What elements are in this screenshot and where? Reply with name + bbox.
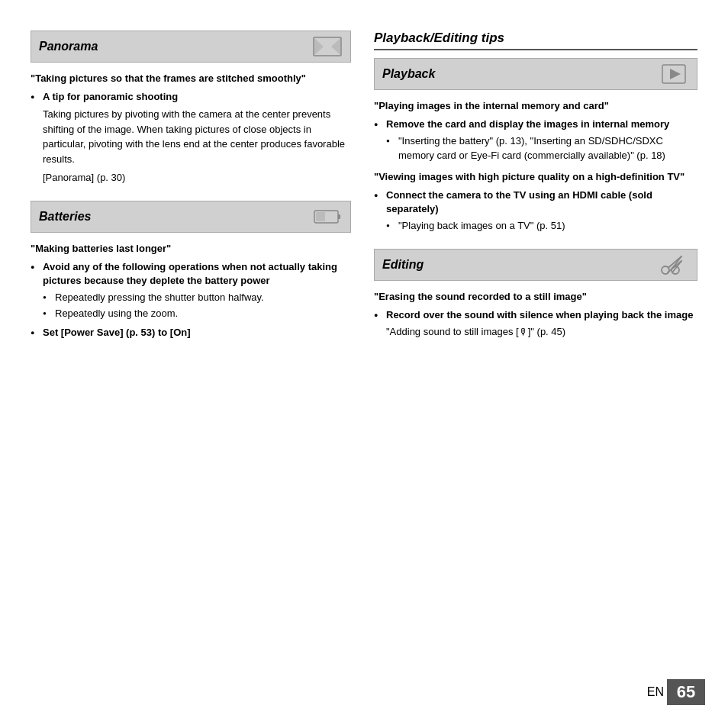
left-column: Panorama "Taking pictures so that the fr… [31, 31, 351, 697]
batteries-header: Batteries [31, 201, 351, 233]
playback-quote2: "Viewing images with high picture qualit… [374, 170, 697, 184]
batteries-section: Batteries "Making batteries last longer"… [31, 201, 351, 340]
playback-bullet1-label: Remove the card and display the images i… [374, 118, 697, 131]
playback-bullets-2: Connect the camera to the TV using an HD… [374, 188, 697, 216]
playback-header: Playback [374, 58, 697, 90]
panorama-ref: [Panorama] (p. 30) [31, 171, 351, 185]
right-main-title: Playback/Editing tips [374, 31, 697, 50]
svg-marker-1 [314, 38, 324, 55]
panorama-section: Panorama "Taking pictures so that the fr… [31, 31, 351, 185]
batteries-sub-bullet-1: Repeatedly pressing the shutter button h… [43, 291, 351, 304]
svg-marker-2 [331, 38, 340, 55]
playback-icon [659, 63, 689, 85]
two-column-layout: Panorama "Taking pictures so that the fr… [31, 31, 697, 697]
playback-bullet2-label: Connect the camera to the TV using an HD… [374, 188, 697, 216]
panorama-header: Panorama [31, 31, 351, 63]
panorama-icon [312, 36, 343, 57]
editing-title: Editing [382, 258, 424, 272]
editing-quote: "Erasing the sound recorded to a still i… [374, 290, 697, 304]
playback-title: Playback [382, 67, 435, 81]
batteries-sub-bullets: Repeatedly pressing the shutter button h… [31, 291, 351, 321]
editing-bullets: Record over the sound with silence when … [374, 308, 697, 322]
page-number: 65 [667, 679, 705, 705]
panorama-tip-label: A tip for panoramic shooting [31, 90, 351, 104]
page: Panorama "Taking pictures so that the fr… [0, 0, 728, 728]
page-footer: EN 65 [647, 679, 705, 705]
editing-bullet-label: Record over the sound with silence when … [374, 308, 697, 322]
right-column: Playback/Editing tips Playback "Playing … [374, 31, 697, 697]
playback-bullets-1: Remove the card and display the images i… [374, 118, 697, 131]
editing-header: Editing [374, 249, 697, 281]
batteries-sub-bullet-2: Repeatedly using the zoom. [43, 307, 351, 321]
svg-marker-7 [670, 69, 681, 79]
playback-sub-bullets-2: "Playing back images on a TV" (p. 51) [374, 219, 697, 233]
panorama-title: Panorama [39, 40, 98, 53]
batteries-quote: "Making batteries last longer" [31, 242, 351, 256]
batteries-set-label: Set [Power Save] (p. 53) to [On] [31, 326, 351, 340]
playback-section: Playback "Playing images in the internal… [374, 58, 697, 234]
svg-rect-4 [338, 214, 340, 219]
batteries-title: Batteries [39, 210, 91, 224]
playback-sub-bullet2: "Playing back images on a TV" (p. 51) [386, 219, 697, 233]
language-label: EN [647, 685, 664, 699]
svg-rect-5 [316, 212, 325, 221]
batteries-bullets: Avoid any of the following operations wh… [31, 260, 351, 288]
batteries-avoid-label: Avoid any of the following operations wh… [31, 260, 351, 288]
playback-quote1: "Playing images in the internal memory a… [374, 99, 697, 113]
editing-section: Editing [374, 249, 697, 340]
panorama-bullets: A tip for panoramic shooting [31, 90, 351, 104]
playback-sub-bullets-1: "Inserting the battery" (p. 13), "Insert… [374, 134, 697, 162]
battery-icon [312, 206, 343, 227]
panorama-quote: "Taking pictures so that the frames are … [31, 72, 351, 85]
playback-sub-bullet1: "Inserting the battery" (p. 13), "Insert… [386, 134, 697, 162]
editing-ref: "Adding sound to still images [🎙]" (p. 4… [374, 325, 697, 339]
scissors-icon [659, 254, 689, 275]
panorama-tip-text: Taking pictures by pivoting with the cam… [31, 107, 351, 166]
batteries-set-bullet: Set [Power Save] (p. 53) to [On] [31, 326, 351, 340]
